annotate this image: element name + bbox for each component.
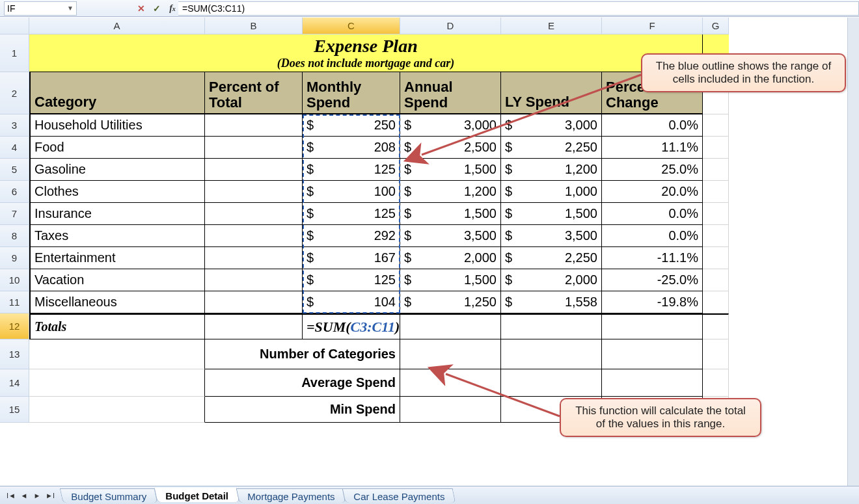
cell[interactable]: 11.1%: [602, 137, 703, 159]
column-header-F[interactable]: F: [602, 18, 703, 34]
cell[interactable]: [205, 269, 303, 291]
cell[interactable]: [602, 369, 703, 397]
cell[interactable]: [703, 339, 729, 369]
row-header-8[interactable]: 8: [0, 225, 29, 247]
row-header-5[interactable]: 5: [0, 159, 29, 181]
category-cell[interactable]: Household Utilities: [29, 114, 205, 137]
cell[interactable]: $292: [303, 225, 400, 247]
cell[interactable]: $2,500: [400, 137, 501, 159]
cell[interactable]: $1,250: [400, 291, 501, 313]
cell[interactable]: [703, 203, 729, 225]
cell[interactable]: 25.0%: [602, 159, 703, 181]
cell[interactable]: [29, 397, 205, 423]
cell[interactable]: [703, 225, 729, 247]
row-header-6[interactable]: 6: [0, 181, 29, 203]
cell[interactable]: $125: [303, 203, 400, 225]
cell[interactable]: $3,000: [400, 114, 501, 137]
cell[interactable]: $2,000: [400, 247, 501, 269]
cell[interactable]: [703, 159, 729, 181]
row-header-15[interactable]: 15: [0, 397, 29, 423]
totals-label[interactable]: Totals: [29, 313, 205, 339]
row-header-13[interactable]: 13: [0, 339, 29, 369]
category-cell[interactable]: Insurance: [29, 203, 205, 225]
cell[interactable]: [205, 114, 303, 137]
cell[interactable]: [205, 247, 303, 269]
cell[interactable]: $1,500: [400, 159, 501, 181]
cell[interactable]: [29, 369, 205, 397]
cell[interactable]: $104: [303, 291, 400, 313]
column-header-C[interactable]: C: [303, 18, 400, 34]
cell[interactable]: $250: [303, 114, 400, 137]
cell[interactable]: [205, 313, 303, 339]
cell[interactable]: $3,500: [400, 225, 501, 247]
row-header-12[interactable]: 12: [0, 313, 29, 339]
cell[interactable]: $3,000: [501, 114, 602, 137]
cell[interactable]: [205, 225, 303, 247]
cell[interactable]: 0.0%: [602, 225, 703, 247]
row-header-14[interactable]: 14: [0, 369, 29, 397]
sheet-tab-mortgage-payments[interactable]: Mortgage Payments: [236, 488, 346, 503]
cell[interactable]: [703, 269, 729, 291]
formula-input[interactable]: =SUM(C3:C11): [178, 1, 859, 16]
cancel-icon[interactable]: ✕: [135, 3, 147, 14]
row-header-9[interactable]: 9: [0, 247, 29, 269]
fx-icon[interactable]: fx: [167, 3, 178, 14]
next-sheet-icon[interactable]: ►: [31, 490, 43, 501]
cell[interactable]: [703, 369, 729, 397]
cell[interactable]: 0.0%: [602, 203, 703, 225]
first-sheet-icon[interactable]: I◄: [5, 490, 17, 501]
sheet-tab-budget-detail[interactable]: Budget Detail: [154, 488, 239, 502]
category-cell[interactable]: Entertainment: [29, 247, 205, 269]
cell[interactable]: [400, 369, 501, 397]
stat-label[interactable]: Average Spend: [205, 369, 400, 397]
cell[interactable]: [703, 313, 729, 339]
cell[interactable]: $1,500: [400, 203, 501, 225]
cell[interactable]: -25.0%: [602, 269, 703, 291]
cell[interactable]: $1,558: [501, 291, 602, 313]
row-header-3[interactable]: 3: [0, 114, 29, 137]
last-sheet-icon[interactable]: ►I: [44, 490, 56, 501]
cell[interactable]: [205, 203, 303, 225]
column-header-D[interactable]: D: [400, 18, 501, 34]
row-header-2[interactable]: 2: [0, 72, 29, 114]
prev-sheet-icon[interactable]: ◄: [18, 490, 30, 501]
cell[interactable]: [703, 137, 729, 159]
cell[interactable]: -19.8%: [602, 291, 703, 313]
cell[interactable]: [703, 247, 729, 269]
cell[interactable]: $100: [303, 181, 400, 203]
stat-label[interactable]: Number of Categories: [205, 339, 400, 369]
formula-cell[interactable]: =SUM(C3:C11): [303, 313, 400, 339]
cell[interactable]: $1,200: [400, 181, 501, 203]
cell[interactable]: -11.1%: [602, 247, 703, 269]
header-A[interactable]: Category: [29, 72, 205, 114]
enter-icon[interactable]: ✓: [151, 3, 163, 14]
cell[interactable]: 0.0%: [602, 114, 703, 137]
dropdown-icon[interactable]: ▼: [67, 5, 74, 12]
category-cell[interactable]: Food: [29, 137, 205, 159]
cell[interactable]: $1,500: [400, 269, 501, 291]
cell[interactable]: [205, 159, 303, 181]
cell[interactable]: [205, 137, 303, 159]
header-E[interactable]: LY Spend: [501, 72, 602, 114]
stat-label[interactable]: Min Spend: [205, 397, 400, 423]
vertical-scrollbar[interactable]: [847, 18, 859, 486]
cell[interactable]: [400, 313, 501, 339]
cell[interactable]: [703, 114, 729, 137]
row-header-10[interactable]: 10: [0, 269, 29, 291]
cell[interactable]: [205, 291, 303, 313]
sheet-tab-car-lease-payments[interactable]: Car Lease Payments: [342, 488, 456, 503]
row-header-11[interactable]: 11: [0, 291, 29, 313]
category-cell[interactable]: Clothes: [29, 181, 205, 203]
cell[interactable]: $2,000: [501, 269, 602, 291]
cell[interactable]: $167: [303, 247, 400, 269]
sheet-tab-budget-summary[interactable]: Budget Summary: [60, 488, 158, 503]
cell[interactable]: [501, 339, 602, 369]
cell[interactable]: $1,000: [501, 181, 602, 203]
cell[interactable]: [205, 181, 303, 203]
cell[interactable]: [703, 181, 729, 203]
cell[interactable]: 20.0%: [602, 181, 703, 203]
cell[interactable]: [400, 397, 501, 423]
category-cell[interactable]: Gasoline: [29, 159, 205, 181]
row-header-1[interactable]: 1: [0, 34, 29, 72]
cell[interactable]: $125: [303, 269, 400, 291]
